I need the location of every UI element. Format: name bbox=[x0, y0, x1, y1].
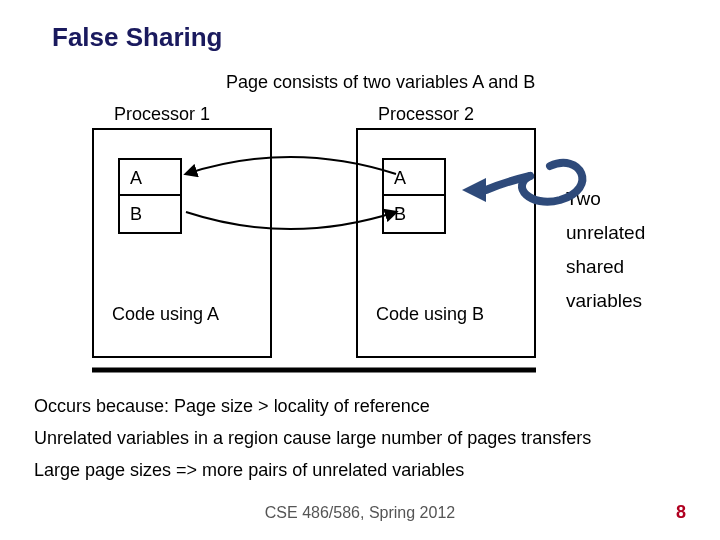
side-annotation: Two unrelated shared variables bbox=[566, 182, 645, 318]
bottom-line-3: Large page sizes => more pairs of unrela… bbox=[34, 460, 464, 481]
p2-code-label: Code using B bbox=[376, 304, 484, 325]
p1-code-label: Code using A bbox=[112, 304, 219, 325]
side-line-2: unrelated bbox=[566, 216, 645, 250]
footer-text: CSE 486/586, Spring 2012 bbox=[0, 504, 720, 522]
processor-2-label: Processor 2 bbox=[378, 104, 474, 125]
processor-1-page: A B bbox=[118, 158, 182, 234]
p1-var-b: B bbox=[120, 196, 180, 232]
side-line-3: shared bbox=[566, 250, 645, 284]
side-line-4: variables bbox=[566, 284, 645, 318]
side-line-1: Two bbox=[566, 182, 645, 216]
p2-var-a: A bbox=[384, 160, 444, 196]
processor-1-label: Processor 1 bbox=[114, 104, 210, 125]
processor-1-box: A B Code using A bbox=[92, 128, 272, 358]
page-number: 8 bbox=[676, 502, 686, 523]
p1-var-a: A bbox=[120, 160, 180, 196]
bottom-line-1: Occurs because: Page size > locality of … bbox=[34, 396, 430, 417]
processor-2-box: A B Code using B bbox=[356, 128, 536, 358]
p2-var-b: B bbox=[384, 196, 444, 232]
slide-title: False Sharing bbox=[52, 22, 223, 53]
processor-2-page: A B bbox=[382, 158, 446, 234]
bottom-line-2: Unrelated variables in a region cause la… bbox=[34, 428, 591, 449]
slide-subtitle: Page consists of two variables A and B bbox=[226, 72, 535, 93]
